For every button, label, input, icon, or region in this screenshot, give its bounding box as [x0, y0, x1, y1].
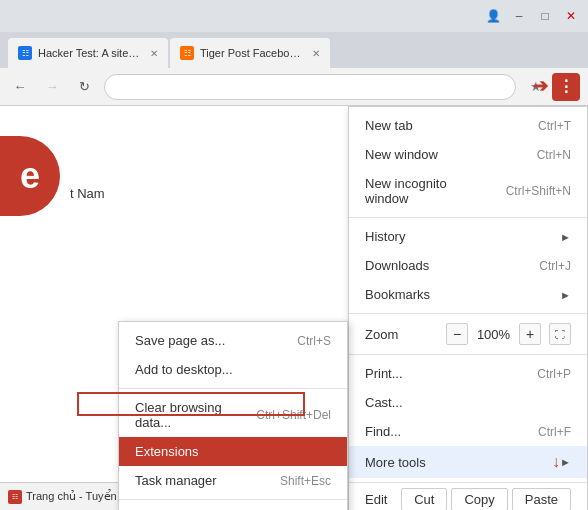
maximize-icon[interactable]: □	[532, 3, 558, 29]
page-logo: e	[0, 136, 60, 216]
menu-item-history[interactable]: History ►	[349, 222, 587, 251]
person-icon[interactable]: 👤	[480, 3, 506, 29]
zoom-row: Zoom − 100% + ⛶	[349, 318, 587, 350]
zoom-plus-button[interactable]: +	[519, 323, 541, 345]
tab-hacker-label: Hacker Test: A site to ...	[38, 47, 140, 59]
bookmark-star-icon[interactable]: ★	[524, 75, 548, 99]
cut-button[interactable]: Cut	[401, 488, 447, 510]
back-button[interactable]: ←	[8, 75, 32, 99]
menu-item-cast[interactable]: Cast...	[349, 388, 587, 417]
menu-item-find[interactable]: Find... Ctrl+F	[349, 417, 587, 446]
menu-item-downloads[interactable]: Downloads Ctrl+J	[349, 251, 587, 280]
zoom-minus-button[interactable]: −	[446, 323, 468, 345]
menu-item-print[interactable]: Print... Ctrl+P	[349, 359, 587, 388]
menu-dots-icon: ⋮	[558, 77, 574, 96]
refresh-button[interactable]: ↻	[72, 75, 96, 99]
forward-button[interactable]: →	[40, 75, 64, 99]
submenu-item-desktop[interactable]: Add to desktop...	[119, 355, 347, 384]
tab-tiger[interactable]: ☷ Tiger Post Facebook A... ✕	[170, 38, 330, 68]
page-text: t Nam	[70, 186, 105, 201]
copy-button[interactable]: Copy	[451, 488, 507, 510]
menu-item-bookmarks[interactable]: Bookmarks ►	[349, 280, 587, 309]
zoom-fullscreen-button[interactable]: ⛶	[549, 323, 571, 345]
submenu-section-3: Developer tools Ctrl+Shift+I	[119, 500, 347, 510]
tab-icon-tiger: ☷	[180, 46, 194, 60]
menu-item-new-tab[interactable]: New tab Ctrl+T	[349, 111, 587, 140]
toolbar-right: ★ ⋮ ➔	[524, 73, 580, 101]
submenu-item-devtools[interactable]: Developer tools Ctrl+Shift+I	[119, 504, 347, 510]
minimize-icon[interactable]: –	[506, 3, 532, 29]
edit-row: Edit Cut Copy Paste	[349, 483, 587, 510]
tabbar: ☷ Hacker Test: A site to ... ✕ ☷ Tiger P…	[0, 32, 588, 68]
edit-buttons: Cut Copy Paste	[401, 488, 571, 510]
titlebar: 👤 – □ ✕	[0, 0, 588, 32]
address-field[interactable]	[104, 74, 516, 100]
menu-section-zoom: Zoom − 100% + ⛶	[349, 314, 587, 355]
menu-item-new-window[interactable]: New window Ctrl+N	[349, 140, 587, 169]
chrome-menu-dropdown: New tab Ctrl+T New window Ctrl+N New inc…	[348, 106, 588, 510]
menu-item-more-tools[interactable]: More tools ↓ ►	[349, 446, 587, 478]
tab-hacker[interactable]: ☷ Hacker Test: A site to ... ✕	[8, 38, 168, 68]
addressbar: ← → ↻ ★ ⋮ ➔	[0, 68, 588, 106]
submenu-item-save[interactable]: Save page as... Ctrl+S	[119, 326, 347, 355]
menu-item-incognito[interactable]: New incognito window Ctrl+Shift+N	[349, 169, 587, 213]
menu-section-new: New tab Ctrl+T New window Ctrl+N New inc…	[349, 107, 587, 218]
chrome-menu-button[interactable]: ⋮ ➔	[552, 73, 580, 101]
zoom-controls: − 100% + ⛶	[446, 323, 571, 345]
tab-tiger-label: Tiger Post Facebook A...	[200, 47, 302, 59]
tab-icon-hacker: ☷	[18, 46, 32, 60]
page-content: e t Nam New tab Ctrl+T New window Ctrl+N…	[0, 106, 588, 510]
close-icon[interactable]: ✕	[558, 3, 584, 29]
submenu-item-task-manager[interactable]: Task manager Shift+Esc	[119, 466, 347, 495]
tab-hacker-close[interactable]: ✕	[150, 48, 158, 59]
paste-button[interactable]: Paste	[512, 488, 571, 510]
menu-section-history: History ► Downloads Ctrl+J Bookmarks ►	[349, 218, 587, 314]
more-tools-submenu: Save page as... Ctrl+S Add to desktop...…	[118, 321, 348, 510]
submenu-section-1: Save page as... Ctrl+S Add to desktop...	[119, 322, 347, 389]
menu-section-tools: Print... Ctrl+P Cast... Find... Ctrl+F M…	[349, 355, 587, 483]
arrow-down-icon: ↓	[552, 453, 560, 471]
bottom-tab-icon: ☷	[8, 490, 22, 504]
tab-tiger-close[interactable]: ✕	[312, 48, 320, 59]
submenu-section-2: Clear browsing data... Ctrl+Shift+Del Ex…	[119, 389, 347, 500]
submenu-item-clear[interactable]: Clear browsing data... Ctrl+Shift+Del	[119, 393, 347, 437]
submenu-item-extensions[interactable]: Extensions	[119, 437, 347, 466]
